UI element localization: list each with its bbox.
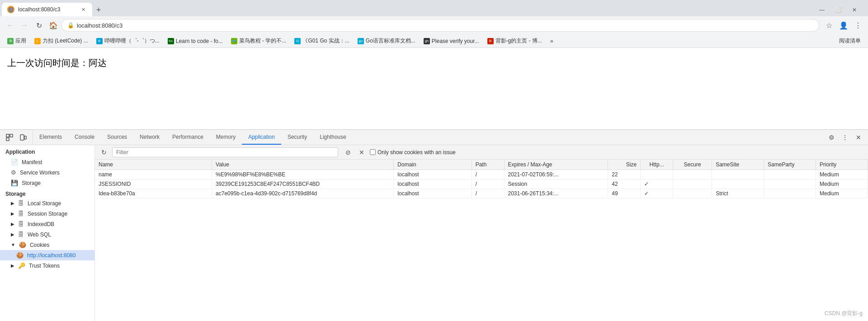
cell-domain: localhost bbox=[394, 170, 472, 179]
cell-samesite bbox=[712, 170, 764, 179]
tab-elements[interactable]: Elements bbox=[33, 130, 68, 145]
cookie-localhost-icon: 🍪 bbox=[16, 252, 24, 259]
reload-button[interactable]: ↻ bbox=[33, 19, 45, 32]
sidebar-item-trust-tokens[interactable]: ▶ 🔑 Trust Tokens bbox=[0, 260, 94, 271]
minimize-button[interactable]: — bbox=[816, 4, 828, 16]
forward-button[interactable]: → bbox=[18, 19, 31, 32]
maximize-button[interactable]: ⬜ bbox=[832, 4, 844, 16]
cookie-rows: name%E9%98%BF%E8%BE%BElocalhost/2021-07-… bbox=[95, 170, 868, 198]
sidebar-storage-label: Storage bbox=[22, 180, 41, 186]
bookmark-csdn[interactable]: B 背影-g的主页 - 博... bbox=[484, 36, 546, 46]
col-header-samesite[interactable]: SameSite bbox=[712, 160, 764, 170]
sidebar-item-local-storage[interactable]: ▶ 🗄 Local Storage bbox=[0, 198, 94, 208]
devtools-device-button[interactable] bbox=[17, 132, 29, 143]
col-header-priority[interactable]: Priority bbox=[816, 160, 868, 170]
col-header-sameparty[interactable]: SameParty bbox=[764, 160, 816, 170]
bookmark-fcc[interactable]: fcc Learn to code - fo... bbox=[164, 37, 226, 45]
web-sql-arrow[interactable]: ▶ bbox=[11, 232, 14, 237]
session-storage-arrow[interactable]: ▶ bbox=[11, 211, 14, 216]
nav-right: ☆ 👤 ⋮ bbox=[823, 19, 864, 32]
tab-network[interactable]: Network bbox=[133, 130, 166, 145]
sidebar-item-cookies[interactable]: ▼ 🍪 Cookies bbox=[0, 240, 94, 250]
devtools-close-button[interactable]: ✕ bbox=[853, 132, 864, 143]
table-row[interactable]: name%E9%98%BF%E8%BE%BElocalhost/2021-07-… bbox=[95, 170, 868, 179]
account-button[interactable]: 👤 bbox=[837, 19, 850, 32]
close-button[interactable]: ✕ bbox=[848, 4, 861, 16]
tab-security-label: Security bbox=[288, 134, 307, 140]
table-header-row: Name Value Domain Path Expires / Max-Age… bbox=[95, 160, 868, 170]
tab-close-button[interactable]: ✕ bbox=[80, 6, 87, 13]
tab-sources-label: Sources bbox=[107, 134, 127, 140]
sidebar-item-cookie-localhost[interactable]: 🍪 http://localhost:8080 bbox=[0, 250, 94, 260]
sidebar-item-session-storage[interactable]: ▶ 🗄 Session Storage bbox=[0, 208, 94, 219]
sidebar-item-storage[interactable]: 💾 Storage bbox=[0, 178, 94, 188]
sidebar-item-web-sql[interactable]: ▶ 🗄 Web SQL bbox=[0, 229, 94, 240]
devtools-inspect-button[interactable] bbox=[4, 132, 15, 143]
col-header-expires[interactable]: Expires / Max-Age bbox=[504, 160, 608, 170]
col-header-path[interactable]: Path bbox=[472, 160, 504, 170]
devtools-settings-button[interactable]: ⚙ bbox=[826, 132, 837, 143]
sidebar-session-storage-label: Session Storage bbox=[28, 211, 67, 217]
home-button[interactable]: 🏠 bbox=[47, 19, 60, 32]
address-bar[interactable]: 🔒 localhost:8080/c3 bbox=[61, 19, 819, 32]
filter-options-button[interactable]: ⊘ bbox=[343, 147, 354, 158]
bookmark-github[interactable]: gh Please verify your... bbox=[420, 37, 483, 45]
col-header-http[interactable]: Http... bbox=[641, 160, 673, 170]
filter-checkbox-label[interactable]: Only show cookies with an issue bbox=[370, 149, 456, 156]
tab-security[interactable]: Security bbox=[281, 130, 313, 145]
cell-sameparty bbox=[764, 179, 816, 189]
bookmark-go1-label: 《G01 Go 实战：... bbox=[302, 37, 349, 45]
col-header-secure[interactable]: Secure bbox=[673, 160, 712, 170]
local-storage-icon: 🗄 bbox=[18, 200, 24, 207]
bookmark-runoob[interactable]: 🐦 菜鸟教程 - 学的不... bbox=[227, 36, 290, 46]
tab-sources[interactable]: Sources bbox=[101, 130, 133, 145]
sidebar-local-storage-label: Local Storage bbox=[28, 200, 61, 207]
tab-lighthouse[interactable]: Lighthouse bbox=[313, 130, 353, 145]
bookmark-apps[interactable]: ⚙ 应用 bbox=[4, 36, 30, 46]
bookmark-go2[interactable]: go Go语言标准库文档... bbox=[354, 36, 419, 46]
indexeddb-arrow[interactable]: ▶ bbox=[11, 222, 14, 227]
bookmark-reading-list[interactable]: 阅读清单 bbox=[835, 36, 864, 46]
filter-input[interactable] bbox=[112, 147, 338, 157]
bookmark-more-label: » bbox=[550, 38, 553, 44]
filter-checkbox[interactable] bbox=[370, 149, 376, 155]
table-row[interactable]: Idea-b83be70aac7e095b-c1ea-4d39-902c-d71… bbox=[95, 189, 868, 198]
back-button[interactable]: ← bbox=[4, 19, 16, 32]
col-header-value[interactable]: Value bbox=[212, 160, 394, 170]
table-row[interactable]: JSESSIONID39239CE191253C8E4F247C8551BCF4… bbox=[95, 179, 868, 189]
col-header-name[interactable]: Name bbox=[95, 160, 212, 170]
cell-expires: 2021-07-02T06:59:... bbox=[504, 170, 608, 179]
local-storage-arrow[interactable]: ▶ bbox=[11, 201, 14, 206]
sidebar-item-service-workers[interactable]: ⚙ Service Workers bbox=[0, 167, 94, 178]
filter-clear-button[interactable]: ✕ bbox=[356, 147, 367, 158]
cookies-arrow[interactable]: ▼ bbox=[11, 242, 15, 247]
cell-name: Idea-b83be70a bbox=[95, 189, 212, 198]
filter-refresh-button[interactable]: ↻ bbox=[99, 147, 109, 158]
tab-console[interactable]: Console bbox=[68, 130, 101, 145]
bookmark-more[interactable]: » bbox=[547, 37, 557, 45]
col-header-size[interactable]: Size bbox=[608, 160, 641, 170]
bookmark-leetcode[interactable]: L 力扣 (LeetCode) ... bbox=[31, 36, 92, 46]
sidebar-item-manifest[interactable]: 📄 Manifest bbox=[0, 157, 94, 167]
menu-button[interactable]: ⋮ bbox=[852, 19, 864, 32]
devtools-more-button[interactable]: ⋮ bbox=[839, 132, 851, 143]
tab-favicon: 🌀 bbox=[7, 6, 14, 13]
new-tab-button[interactable]: + bbox=[92, 4, 105, 16]
tab-performance[interactable]: Performance bbox=[166, 130, 210, 145]
active-tab[interactable]: 🌀 localhost:8080/c3 ✕ bbox=[2, 3, 92, 16]
sidebar-item-indexeddb[interactable]: ▶ 🗄 IndexedDB bbox=[0, 219, 94, 229]
tab-console-label: Console bbox=[75, 134, 94, 140]
bookmark-bilibili[interactable]: B 哔哩哔哩（゜-゜）つ... bbox=[93, 36, 163, 46]
cookies-table: Name Value Domain Path Expires / Max-Age… bbox=[95, 160, 868, 198]
manifest-icon: 📄 bbox=[11, 159, 18, 165]
devtools-left-icons bbox=[0, 130, 33, 145]
tab-application[interactable]: Application bbox=[242, 130, 281, 145]
bookmarks-star-button[interactable]: ☆ bbox=[823, 19, 835, 32]
cell-samesite bbox=[712, 179, 764, 189]
trust-tokens-arrow[interactable]: ▶ bbox=[11, 263, 14, 268]
tab-memory[interactable]: Memory bbox=[210, 130, 242, 145]
cell-name: JSESSIONID bbox=[95, 179, 212, 189]
col-header-domain[interactable]: Domain bbox=[394, 160, 472, 170]
runoob-favicon: 🐦 bbox=[231, 38, 237, 44]
bookmark-go1[interactable]: G 《G01 Go 实战：... bbox=[291, 36, 353, 46]
